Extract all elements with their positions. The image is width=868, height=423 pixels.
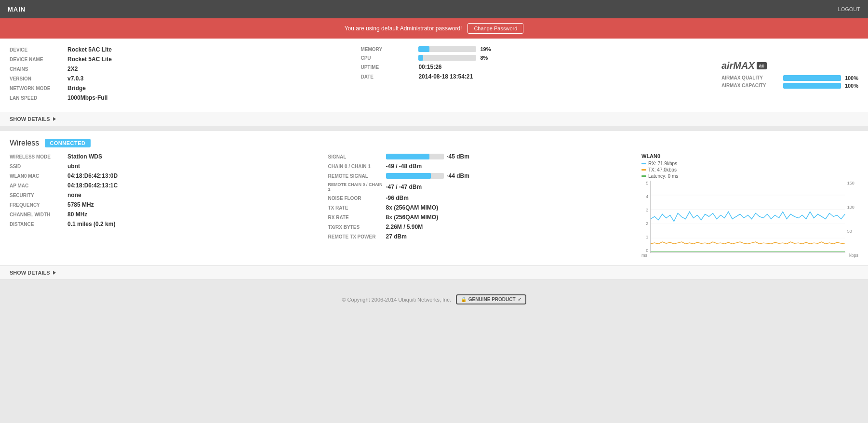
system-stats: MEMORY 19% CPU 8% UPTIME [351, 46, 702, 104]
network-mode-label: NETWORK MODE [10, 86, 67, 91]
device-label: DEVICE [10, 47, 67, 53]
chart-units-ms: ms [641, 253, 647, 258]
wireless-title: Wireless [10, 139, 39, 147]
legend-tx: TX: 47.0kbps [641, 167, 858, 172]
footer: © Copyright 2006-2014 Ubiquiti Networks,… [0, 285, 868, 314]
airmax-quality-pct: 100% [845, 75, 858, 81]
security-row: SECURITY none [10, 192, 319, 198]
date-value: 2014-08-18 13:54:21 [418, 73, 473, 80]
wlan-mac-value: 04:18:D6:42:13:0D [67, 172, 118, 179]
channel-width-label: CHANNEL WIDTH [10, 212, 67, 217]
device-name-value: Rocket 5AC Lite [67, 56, 112, 63]
logout-button[interactable]: LOGOUT [838, 6, 860, 12]
lan-speed-label: LAN SPEED [10, 95, 67, 101]
lan-speed-row: LAN SPEED 1000Mbps-Full [10, 94, 351, 101]
device-section: DEVICE Rocket 5AC Lite DEVICE NAME Rocke… [0, 39, 868, 112]
cpu-progress: 8% [418, 55, 488, 61]
chains-value: 2X2 [67, 66, 78, 72]
chart-svg [651, 181, 845, 252]
version-value: v7.0.3 [67, 75, 83, 82]
remote-tx-power-label: REMOTE TX POWER [328, 234, 386, 239]
airmax-quality-bar-fill [783, 75, 841, 81]
wireless-show-details-arrow-icon [53, 271, 56, 275]
wireless-show-details-label: SHOW DETAILS [10, 270, 50, 276]
airmax-quality-row: AIRMAX QUALITY 100% [721, 75, 858, 81]
uptime-row: UPTIME 00:15:26 [361, 64, 702, 70]
noise-floor-value: -96 dBm [386, 195, 409, 201]
memory-percent: 19% [480, 46, 491, 52]
header: MAIN LOGOUT [0, 0, 868, 18]
remote-signal-bar-wrap [386, 173, 444, 179]
legend-tx-dot [641, 169, 646, 171]
chart-units: ms kbps [641, 253, 858, 258]
frequency-label: FREQUENCY [10, 202, 67, 208]
airmax-capacity-row: AIRMAX CAPACITY 100% [721, 83, 858, 89]
tx-rate-row: TX RATE 8x (256QAM MIMO) [328, 204, 637, 211]
uptime-value: 00:15:26 [418, 64, 441, 70]
change-password-button[interactable]: Change Password [467, 23, 523, 34]
remote-signal-value: -44 dBm [447, 172, 469, 179]
memory-bar-fill [418, 46, 429, 52]
wireless-section: Wireless CONNECTED WIRELESS MODE Station… [0, 131, 868, 266]
frequency-row: FREQUENCY 5785 MHz [10, 201, 319, 208]
wireless-mode-label: WIRELESS MODE [10, 154, 67, 159]
device-show-details[interactable]: SHOW DETAILS [0, 112, 868, 126]
chain01-label: CHAIN 0 / CHAIN 1 [328, 164, 386, 169]
txrx-bytes-row: TX/RX BYTES 2.26M / 5.90M [328, 224, 637, 230]
remote-tx-power-value: 27 dBm [386, 233, 407, 240]
checkmark-icon: ✓ [518, 297, 521, 302]
ssid-label: SSID [10, 164, 67, 169]
device-name-row: DEVICE NAME Rocket 5AC Lite [10, 56, 351, 63]
security-value: none [67, 192, 81, 198]
device-value: Rocket 5AC Lite [67, 46, 112, 53]
wireless-show-details[interactable]: SHOW DETAILS [0, 266, 868, 280]
distance-value: 0.1 miles (0.2 km) [67, 221, 115, 227]
tx-line [651, 242, 845, 244]
chart-wrapper: 5 4 3 2 1 0 [641, 181, 858, 253]
airmax-capacity-bar-wrap [783, 83, 841, 89]
device-name-label: DEVICE NAME [10, 57, 67, 62]
tx-rate-value: 8x (256QAM MIMO) [386, 204, 439, 211]
genuine-text: GENUINE PRODUCT [468, 297, 516, 302]
legend-rx-label: RX: 71.9kbps [648, 161, 677, 166]
signal-value: -45 dBm [447, 153, 469, 160]
genuine-badge: 🔒 GENUINE PRODUCT ✓ [456, 294, 526, 304]
chains-row: CHAINS 2X2 [10, 66, 351, 72]
y-right-labels: 150 100 50 [845, 181, 858, 253]
ap-mac-value: 04:18:D6:42:13:1C [67, 182, 118, 189]
signal-bar-container: -45 dBm [386, 153, 469, 160]
chains-label: CHAINS [10, 66, 67, 72]
signal-bar-wrap [386, 154, 444, 159]
ap-mac-label: AP MAC [10, 183, 67, 188]
legend-tx-label: TX: 47.0kbps [648, 167, 677, 172]
ap-mac-row: AP MAC 04:18:D6:42:13:1C [10, 182, 319, 189]
wlan-chart-section: WLAN0 RX: 71.9kbps TX: 47.0kbps Latency:… [637, 153, 858, 258]
ssid-row: SSID ubnt [10, 163, 319, 170]
main-title: MAIN [8, 6, 26, 13]
channel-width-row: CHANNEL WIDTH 80 MHz [10, 211, 319, 218]
wireless-mode-row: WIRELESS MODE Station WDS [10, 153, 319, 160]
rx-rate-row: RX RATE 8x (256QAM MIMO) [328, 214, 637, 221]
memory-row: MEMORY 19% [361, 46, 702, 52]
txrx-bytes-label: TX/RX BYTES [328, 225, 386, 230]
signal-row: SIGNAL -45 dBm [328, 153, 637, 160]
rx-line [651, 212, 845, 222]
wireless-content: WIRELESS MODE Station WDS SSID ubnt WLAN… [10, 153, 858, 258]
cpu-bar-fill [418, 55, 423, 61]
chart-title: WLAN0 [641, 153, 858, 159]
legend-rx-dot [641, 163, 646, 164]
signal-label: SIGNAL [328, 154, 386, 159]
chain01-value: -49 / -48 dBm [386, 163, 422, 170]
remote-chain-value: -47 / -47 dBm [386, 184, 422, 190]
tx-rate-label: TX RATE [328, 205, 386, 211]
rx-rate-value: 8x (256QAM MIMO) [386, 214, 439, 221]
alert-message: You are using default Administrator pass… [345, 25, 462, 32]
legend-rx: RX: 71.9kbps [641, 161, 858, 166]
version-row: VERSION v7.0.3 [10, 75, 351, 82]
rx-rate-label: RX RATE [328, 215, 386, 220]
ssid-value: ubnt [67, 163, 80, 170]
wlan-mac-label: WLAN0 MAC [10, 173, 67, 179]
version-label: VERSION [10, 76, 67, 81]
txrx-bytes-value: 2.26M / 5.90M [386, 224, 423, 230]
distance-row: DISTANCE 0.1 miles (0.2 km) [10, 221, 319, 227]
